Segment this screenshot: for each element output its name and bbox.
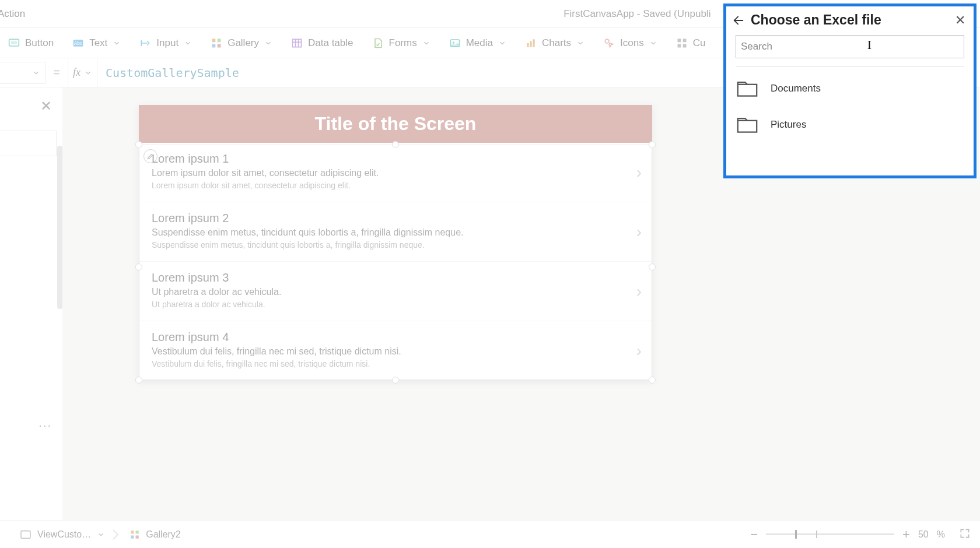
insert-forms-label: Forms [389, 37, 417, 49]
resize-handle[interactable] [649, 264, 656, 271]
breadcrumb-control[interactable]: Gallery2 [123, 529, 188, 540]
svg-rect-23 [131, 531, 134, 533]
scrollbar-thumb[interactable] [57, 146, 62, 309]
svg-rect-16 [533, 39, 534, 47]
fit-to-window-button[interactable] [959, 528, 971, 542]
close-button[interactable]: ✕ [955, 13, 965, 28]
chevron-right-icon[interactable]: › [636, 282, 642, 301]
breadcrumb-screen-label: ViewCusto… [37, 529, 91, 540]
chevron-down-icon [649, 39, 657, 47]
svg-rect-7 [218, 44, 221, 47]
zoom-slider-tick [816, 531, 817, 538]
chevron-down-icon [184, 39, 192, 47]
fx-button[interactable]: fx [68, 58, 97, 87]
svg-rect-1 [11, 41, 17, 44]
item-subtitle: Suspendisse enim metus, tincidunt quis l… [152, 227, 639, 238]
breadcrumb-separator [112, 521, 123, 548]
resize-handle[interactable] [649, 141, 656, 148]
chevron-down-icon [97, 531, 105, 539]
insert-button[interactable]: Button [8, 37, 54, 49]
insert-charts-label: Charts [542, 37, 571, 49]
arrow-left-icon [732, 14, 745, 27]
svg-rect-5 [218, 38, 221, 42]
resize-handle[interactable] [392, 141, 399, 148]
insert-charts[interactable]: Charts [525, 37, 584, 49]
zoom-slider-thumb[interactable] [795, 530, 797, 539]
item-subtitle: Ut pharetra a dolor ac vehicula. [152, 287, 639, 297]
gallery-item[interactable]: Lorem ipsum 3 Ut pharetra a dolor ac veh… [139, 262, 652, 321]
resize-handle[interactable] [649, 377, 656, 384]
svg-rect-8 [293, 39, 302, 47]
formula-bar[interactable]: CustomGallerySample [97, 66, 239, 80]
breadcrumb-screen[interactable]: ViewCusto… [13, 529, 112, 540]
gallery-item[interactable]: Lorem ipsum 1 Lorem ipsum dolor sit amet… [139, 143, 652, 202]
close-pane-button[interactable]: ✕ [40, 98, 52, 114]
insert-media[interactable]: Media [449, 37, 506, 49]
chevron-right-icon[interactable]: › [636, 223, 642, 241]
search-input[interactable] [741, 41, 959, 52]
item-body: Ut pharetra a dolor ac vehicula. [152, 300, 639, 309]
chevron-down-icon [32, 69, 40, 77]
insert-gallery[interactable]: Gallery [211, 37, 272, 49]
resize-handle[interactable] [135, 377, 142, 384]
insert-data-table[interactable]: Data table [291, 37, 354, 49]
insert-datatable-label: Data table [308, 37, 354, 49]
svg-rect-21 [682, 44, 686, 47]
item-body: Suspendisse enim metus, tincidunt quis l… [152, 240, 639, 250]
insert-text[interactable]: Abc Text [72, 37, 121, 49]
screen-title-bar[interactable]: Title of the Screen [139, 105, 652, 143]
insert-input[interactable]: Input [139, 37, 192, 49]
folder-pictures[interactable]: Pictures [726, 107, 974, 143]
insert-input-label: Input [156, 37, 178, 49]
item-title: Lorem ipsum 1 [152, 152, 639, 166]
resize-handle[interactable] [135, 141, 142, 148]
app-canvas[interactable]: Title of the Screen Lorem ipsum 1 Lorem … [139, 105, 652, 380]
gallery-item[interactable]: Lorem ipsum 2 Suspendisse enim metus, ti… [139, 202, 652, 262]
insert-button-label: Button [25, 37, 54, 49]
svg-rect-28 [738, 121, 757, 132]
svg-rect-25 [131, 535, 134, 538]
folder-label: Documents [771, 83, 821, 94]
tree-search-input[interactable] [0, 131, 57, 156]
insert-forms[interactable]: Forms [372, 37, 430, 49]
svg-rect-18 [677, 38, 681, 42]
svg-point-13 [453, 41, 454, 43]
excel-file-picker-panel: Choose an Excel file ✕ I Documents Pictu… [723, 3, 977, 178]
insert-custom[interactable]: Cu [676, 37, 706, 49]
chevron-down-icon [113, 39, 121, 47]
zoom-out-button[interactable]: − [750, 527, 758, 542]
zoom-slider[interactable] [766, 533, 894, 535]
more-options-button[interactable]: ··· [38, 419, 52, 432]
zoom-value: 50 [918, 529, 929, 540]
chevron-right-icon[interactable]: › [636, 163, 642, 182]
folder-documents[interactable]: Documents [726, 71, 974, 107]
divider [736, 66, 964, 67]
insert-gallery-label: Gallery [228, 37, 259, 49]
resize-handle[interactable] [135, 264, 142, 271]
chevron-down-icon [576, 39, 584, 47]
insert-icons[interactable]: Icons [603, 37, 657, 49]
zoom-in-button[interactable]: + [902, 527, 910, 542]
svg-rect-6 [212, 44, 216, 47]
property-dropdown[interactable] [0, 62, 46, 84]
chevron-down-icon [422, 39, 430, 47]
menu-action[interactable]: Action [0, 8, 25, 20]
chevron-right-icon[interactable]: › [636, 342, 642, 360]
svg-rect-26 [136, 535, 139, 538]
back-button[interactable] [732, 14, 745, 27]
tree-view-pane: ✕ ··· [0, 87, 63, 520]
item-title: Lorem ipsum 3 [152, 271, 639, 284]
svg-rect-15 [530, 41, 531, 47]
item-body: Lorem ipsum dolor sit amet, consectetur … [152, 181, 639, 190]
breadcrumb-control-label: Gallery2 [146, 529, 181, 540]
item-body: Vestibulum dui felis, fringilla nec mi s… [152, 359, 639, 368]
item-subtitle: Vestibulum dui felis, fringilla nec mi s… [152, 346, 639, 357]
folder-label: Pictures [771, 119, 806, 131]
fx-label: fx [73, 66, 80, 79]
resize-handle[interactable] [392, 377, 399, 384]
text-cursor-icon: I [867, 37, 872, 52]
chevron-down-icon [498, 39, 506, 47]
svg-rect-4 [212, 38, 216, 42]
picker-search-field[interactable]: I [736, 35, 964, 58]
gallery-item[interactable]: Lorem ipsum 4 Vestibulum dui felis, frin… [139, 321, 652, 380]
